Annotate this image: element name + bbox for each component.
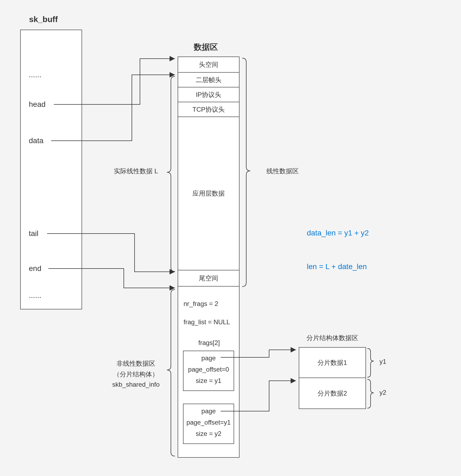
frag0-box: page page_offset=0 size = y1 xyxy=(183,351,234,391)
diagram-canvas: sk_buff ...... head data tail end ......… xyxy=(0,0,461,476)
frag1-page: page xyxy=(184,407,234,415)
cell-l2-header: 二层帧头 xyxy=(178,73,240,87)
frag-list: frag_list = NULL xyxy=(184,318,237,326)
frag-data-2: 分片数据2 xyxy=(299,378,366,409)
skbuff-dots-bottom: ...... xyxy=(29,291,41,300)
skbuff-box: ...... head data tail end ...... xyxy=(20,30,82,309)
frags-array: frags[2] xyxy=(184,339,235,347)
frag-data-1: 分片数据1 xyxy=(299,347,366,378)
y2-label: y2 xyxy=(379,389,386,396)
data-area-column: 头空间 二层帧头 IP协议头 TCP协议头 应用层数据 尾空间 xyxy=(178,57,240,287)
nonlinear-label-1: 非线性数据区 xyxy=(105,359,167,368)
cell-head-space: 头空间 xyxy=(178,57,240,73)
frag1-offset: page_offset=y1 xyxy=(184,419,234,426)
nr-frags: nr_frags = 2 xyxy=(184,300,237,308)
formula-len: len = L + date_len xyxy=(307,262,367,271)
data-area-title: 数据区 xyxy=(194,42,218,53)
nonlinear-label-2: （分片结构体） xyxy=(105,370,167,379)
nonlinear-label-3: skb_shared_info xyxy=(105,381,167,388)
y1-label: y1 xyxy=(379,358,386,365)
cell-tail-space: 尾空间 xyxy=(178,270,240,287)
cell-ip-header: IP协议头 xyxy=(178,87,240,102)
frag0-size: size = y1 xyxy=(184,377,234,385)
skbuff-title: sk_buff xyxy=(29,15,58,24)
actual-linear-label: 实际线性数据 L xyxy=(112,167,160,175)
frag0-page: page xyxy=(184,354,234,362)
skbuff-head: head xyxy=(29,100,45,109)
skbuff-tail: tail xyxy=(29,229,38,238)
cell-app-data: 应用层数据 xyxy=(178,117,240,270)
frag1-size: size = y2 xyxy=(184,430,234,438)
cell-tcp-header: TCP协议头 xyxy=(178,102,240,117)
skbuff-data: data xyxy=(29,136,44,145)
frag0-offset: page_offset=0 xyxy=(184,366,234,373)
skbuff-end: end xyxy=(29,264,41,273)
formula-datalen: data_len = y1 + y2 xyxy=(307,229,369,237)
frag1-box: page page_offset=y1 size = y2 xyxy=(183,404,234,444)
linear-area-label: 线性数据区 xyxy=(261,167,304,175)
skbuff-dots-top: ...... xyxy=(29,70,41,79)
frag-data-area-title: 分片结构体数据区 xyxy=(297,334,367,342)
